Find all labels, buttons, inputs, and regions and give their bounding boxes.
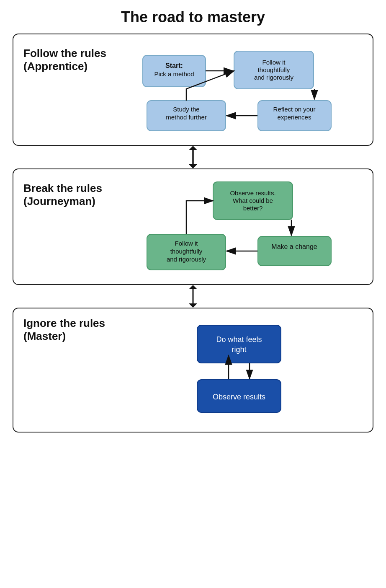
double-arrow-svg-1 — [183, 146, 203, 168]
master-diagram: Do what feels right Observe results — [116, 317, 363, 422]
svg-text:thoughtfully: thoughtfully — [170, 248, 203, 255]
apprentice-svg: Start: Pick a method Follow it thoughtfu… — [139, 43, 340, 135]
section-journeyman: Break the rules (Journeyman) Observe res… — [13, 168, 373, 285]
svg-text:Study the: Study the — [173, 106, 199, 113]
svg-text:Make a change: Make a change — [271, 243, 317, 250]
section-master: Ignore the rules (Master) Do what feels … — [13, 308, 373, 433]
svg-text:Start:: Start: — [165, 62, 183, 69]
svg-text:right: right — [232, 345, 246, 354]
section1-label: Follow the rules (Apprentice) — [23, 47, 106, 73]
double-arrow-svg-2 — [183, 285, 203, 308]
journeyman-diagram: Observe results. What could be better? M… — [116, 178, 363, 274]
section-apprentice: Follow the rules (Apprentice) Start: Pic… — [13, 34, 373, 146]
journeyman-svg: Observe results. What could be better? M… — [139, 178, 340, 274]
inter-arrow-1 — [183, 146, 203, 168]
svg-text:thoughtfully: thoughtfully — [258, 66, 290, 73]
svg-rect-29 — [258, 236, 331, 266]
svg-text:method further: method further — [166, 114, 207, 121]
section3-label: Ignore the rules (Master) — [23, 317, 116, 343]
svg-text:What could be: What could be — [233, 197, 273, 204]
svg-text:Observe results.: Observe results. — [230, 189, 275, 197]
master-svg: Do what feels right Observe results — [172, 321, 306, 417]
svg-text:Pick a method: Pick a method — [154, 70, 194, 78]
page-title: The road to mastery — [121, 8, 265, 26]
svg-marker-21 — [189, 146, 197, 150]
svg-text:Reflect on your: Reflect on your — [273, 106, 316, 113]
svg-text:experiences: experiences — [278, 114, 311, 121]
apprentice-diagram: Start: Pick a method Follow it thoughtfu… — [116, 43, 363, 135]
inter-arrow-2 — [183, 285, 203, 308]
svg-text:better?: better? — [243, 205, 263, 212]
svg-text:Observe results: Observe results — [213, 393, 265, 401]
svg-text:Follow it: Follow it — [175, 240, 198, 247]
svg-marker-22 — [189, 164, 197, 168]
svg-text:and rigorously: and rigorously — [167, 256, 206, 263]
svg-text:Follow it: Follow it — [262, 59, 286, 66]
svg-rect-41 — [197, 325, 281, 363]
svg-text:Do what feels: Do what feels — [216, 335, 262, 344]
section2-label: Break the rules (Journeyman) — [23, 182, 102, 208]
svg-text:and rigorously: and rigorously — [254, 74, 294, 81]
